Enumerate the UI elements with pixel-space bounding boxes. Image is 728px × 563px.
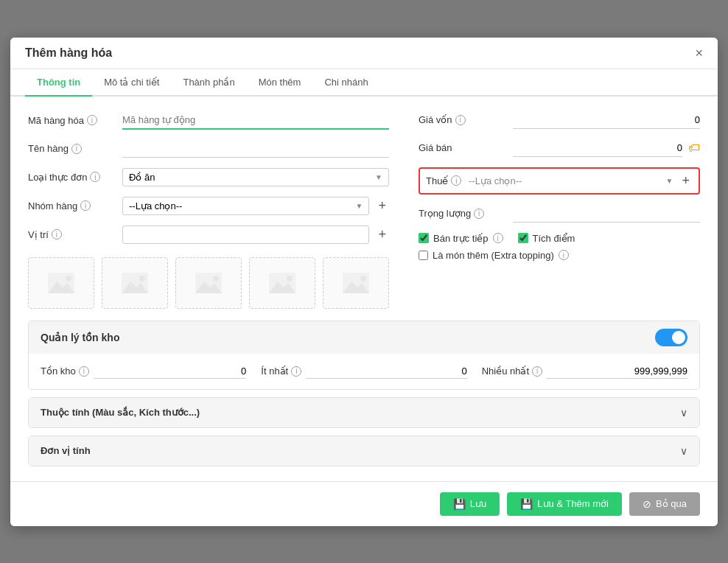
tab-thong-tin[interactable]: Thông tin [25,69,92,97]
gia-von-row: Giá vốn i [419,111,700,129]
nhom-hang-select-wrapper[interactable]: --Lựa chọn-- ▼ [122,197,369,215]
trong-luong-label: Trọng lượng i [419,208,507,219]
vi-tri-label: Vị trí i [28,229,116,240]
ten-hang-row: Tên hàng i [28,140,389,158]
modal-body: Mã hàng hóa i Tên hàng i [10,97,718,481]
image-placeholder-5[interactable] [323,257,389,309]
gia-von-info-icon[interactable]: i [455,115,466,125]
thue-chevron-icon: ▼ [666,177,673,185]
loai-thuc-don-select-wrapper[interactable]: Đồ ăn Đồ uống Khác ▼ [122,168,389,186]
image-placeholder-3[interactable] [175,257,242,309]
modal-header: Thêm hàng hóa × [10,38,718,69]
trong-luong-input[interactable] [513,205,700,223]
thuoc-tinh-title: Thuộc tính (Màu sắc, Kích thước...) [41,407,200,418]
tab-mo-ta[interactable]: Mô tả chi tiết [92,69,171,97]
svg-point-5 [139,276,145,282]
image-row [28,257,389,309]
form-right: Giá vốn i Giá bán 🏷 [419,111,700,309]
it-nhat-info-icon[interactable]: i [291,366,301,377]
tab-mon-them[interactable]: Món thêm [247,69,313,97]
ban-truc-tiep-info-icon[interactable]: i [493,233,503,243]
thuoc-tinh-chevron-icon: ∨ [680,407,687,419]
tab-thanh-phan[interactable]: Thành phần [171,69,246,97]
gia-von-input[interactable] [513,111,700,129]
inventory-body: Tồn kho i Ít nhất i Nh [29,354,699,389]
inventory-section: Quản lý tồn kho Tồn kho i [28,321,700,390]
ten-hang-info-icon[interactable]: i [71,144,82,154]
ma-hang-hoa-input[interactable] [122,111,389,130]
toggle-slider [655,329,687,346]
save-button[interactable]: 💾 Lưu [440,492,500,516]
it-nhat-label: Ít nhất i [261,366,301,377]
la-mon-them-checkbox[interactable] [419,251,428,260]
svg-point-14 [360,276,366,282]
cancel-button[interactable]: ⊘ Bỏ qua [629,492,700,516]
trong-luong-info-icon[interactable]: i [474,209,484,219]
ma-hang-hoa-info-icon[interactable]: i [87,115,97,125]
ten-hang-input[interactable] [122,140,389,158]
close-button[interactable]: × [695,46,703,60]
checkboxes-section: Bán trực tiếp i Tích điểm Là món thêm (E… [419,233,700,261]
ton-kho-label: Tồn kho i [41,366,89,377]
nhieu-nhat-label: Nhiều nhất i [482,366,542,377]
gia-von-label: Giá vốn i [419,114,507,125]
thue-info-icon[interactable]: i [451,175,461,186]
image-placeholder-1[interactable] [28,257,94,309]
ton-kho-info-icon[interactable]: i [79,366,89,377]
ban-truc-tiep-row: Bán trực tiếp i [419,233,503,244]
thue-row: Thuế i --Lựa chọn-- ▼ + [419,167,700,195]
nhieu-nhat-info-icon[interactable]: i [532,366,542,377]
tab-chi-nhanh[interactable]: Chi nhánh [312,69,379,97]
loai-thuc-don-select[interactable]: Đồ ăn Đồ uống Khác [129,172,375,183]
thue-select[interactable]: --Lựa chọn-- [469,175,663,186]
inventory-header: Quản lý tồn kho [29,321,699,354]
tabs-bar: Thông tin Mô tả chi tiết Thành phần Món … [10,69,718,97]
save-add-icon: 💾 [520,498,533,510]
don-vi-tinh-chevron-icon: ∨ [680,445,687,457]
thue-select-wrapper[interactable]: --Lựa chọn-- ▼ [469,175,673,186]
thue-label: Thuế i [426,175,463,186]
thue-add-button[interactable]: + [679,173,693,189]
modal: Thêm hàng hóa × Thông tin Mô tả chi tiết… [10,38,718,526]
nhom-hang-add-button[interactable]: + [375,198,389,214]
vi-tri-info-icon[interactable]: i [52,229,62,239]
nhieu-nhat-input[interactable] [547,364,687,379]
loai-thuc-don-chevron-icon: ▼ [375,173,382,181]
thuoc-tinh-header[interactable]: Thuộc tính (Màu sắc, Kích thước...) ∨ [29,398,699,427]
ma-hang-hoa-row: Mã hàng hóa i [28,111,389,130]
loai-thuc-don-label: Loại thực đơn i [28,172,116,183]
nhom-hang-select[interactable]: --Lựa chọn-- [129,200,356,211]
tich-diem-checkbox[interactable] [518,233,528,243]
thuoc-tinh-collapsible: Thuộc tính (Màu sắc, Kích thước...) ∨ [28,397,700,428]
modal-footer: 💾 Lưu 💾 Lưu & Thêm mới ⊘ Bỏ qua [10,481,718,526]
gia-ban-label: Giá bán [419,142,507,153]
image-placeholder-2[interactable] [102,257,168,309]
la-mon-them-row: Là món thêm (Extra topping) i [419,250,700,261]
ban-truc-tiep-checkbox[interactable] [419,233,429,243]
svg-point-2 [66,276,71,282]
vi-tri-row: Vị trí i + [28,225,389,244]
nhieu-nhat-field: Nhiều nhất i [482,364,687,379]
image-placeholder-4[interactable] [249,257,315,309]
nhom-hang-label: Nhóm hàng i [28,200,116,211]
vi-tri-add-button[interactable]: + [375,227,389,242]
price-tag-icon: 🏷 [688,141,700,155]
cancel-icon: ⊘ [643,498,651,510]
loai-thuc-don-info-icon[interactable]: i [90,172,100,182]
it-nhat-field: Ít nhất i [261,364,466,379]
form-left: Mã hàng hóa i Tên hàng i [28,111,389,309]
save-icon: 💾 [453,498,466,510]
nhom-hang-info-icon[interactable]: i [80,200,91,211]
modal-overlay: Thêm hàng hóa × Thông tin Mô tả chi tiết… [0,0,728,563]
form-grid: Mã hàng hóa i Tên hàng i [28,111,700,309]
vi-tri-input[interactable] [129,229,363,240]
la-mon-them-info-icon[interactable]: i [559,250,569,260]
ten-hang-label: Tên hàng i [28,143,116,154]
tich-diem-row: Tích điểm [518,233,575,244]
gia-ban-input[interactable] [513,139,682,157]
it-nhat-input[interactable] [306,364,466,379]
don-vi-tinh-header[interactable]: Đơn vị tính ∨ [29,436,699,466]
ton-kho-input[interactable] [94,364,247,379]
inventory-toggle[interactable] [655,329,687,346]
save-add-button[interactable]: 💾 Lưu & Thêm mới [507,492,622,516]
